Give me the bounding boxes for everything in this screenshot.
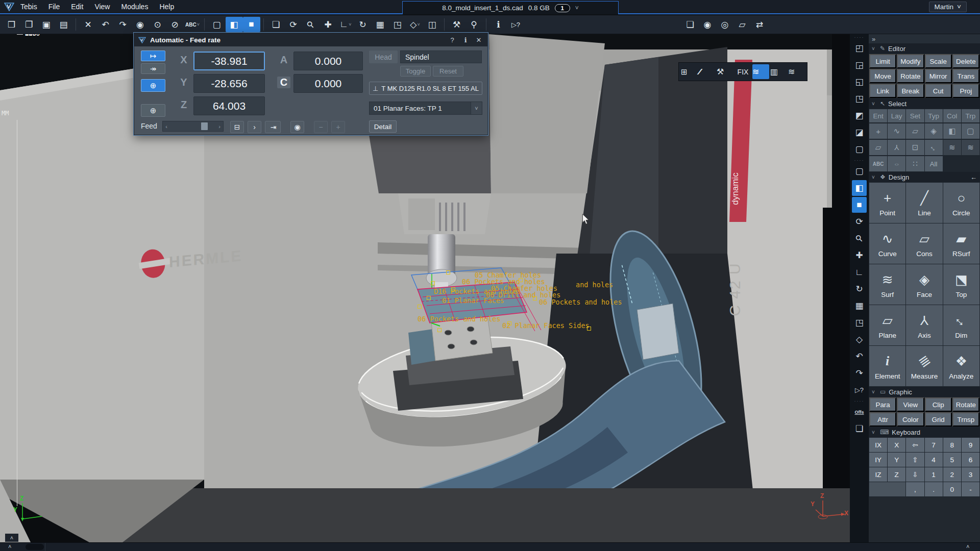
design-tool-button[interactable]: + Point xyxy=(869,183,905,223)
info-icon[interactable]: ℹ xyxy=(490,17,507,32)
tool-selector[interactable]: ⊥ T MK D125 R1.0 SL 8 ET 155 AL xyxy=(369,82,482,95)
graphic-button[interactable]: Clip xyxy=(925,397,952,412)
toolbar-button[interactable] xyxy=(201,17,208,32)
design-tool-button[interactable]: ↔ Dim xyxy=(943,305,979,345)
point-index-filter-icon[interactable]: ⊡ xyxy=(906,140,924,155)
design-section-header[interactable]: ˅❖ Design ← xyxy=(869,172,980,182)
keypad-key[interactable]: Y xyxy=(888,453,905,467)
keyboard-section-header[interactable]: ˅⌨ Keyboard xyxy=(869,427,980,437)
surface-filter-icon[interactable]: ▱ xyxy=(906,123,924,139)
editor-button[interactable]: Delete xyxy=(952,54,979,68)
view-cube-4-icon[interactable]: ◳ xyxy=(852,91,867,107)
user-menu[interactable]: Martin ˅ xyxy=(929,2,967,12)
coordinate-system-icon[interactable]: ∟ ˅ xyxy=(337,17,354,32)
graphic-button[interactable]: View xyxy=(897,397,924,412)
keypad-key[interactable]: X xyxy=(888,438,905,452)
save-icon[interactable]: ▣ xyxy=(38,17,55,32)
axis-icon[interactable]: ∟ xyxy=(852,264,867,280)
print-icon[interactable]: ▤ xyxy=(55,17,72,32)
toolbar-button[interactable] xyxy=(441,17,448,32)
select-filter-button[interactable]: Typ xyxy=(925,109,943,122)
editor-button[interactable]: Limit xyxy=(869,54,896,68)
nc-job-label[interactable]: and holes xyxy=(576,281,613,289)
editor-button[interactable]: Rotate xyxy=(897,69,924,83)
graphic-button[interactable]: Grid xyxy=(925,412,952,427)
menu-item[interactable]: Tebis xyxy=(20,3,37,11)
keypad-key[interactable]: 7 xyxy=(925,438,943,452)
panel-collapse-icon[interactable]: » xyxy=(872,35,875,43)
keypad-key[interactable]: Z xyxy=(888,467,905,482)
point-filter-icon[interactable]: + xyxy=(869,123,887,139)
select-section-header[interactable]: ˅↖ Select xyxy=(869,98,980,109)
shaded-icon[interactable]: ◧ xyxy=(852,180,867,196)
graphic-button[interactable]: Para xyxy=(869,397,896,412)
view-cube-iso-icon[interactable]: ▢ xyxy=(852,141,867,157)
graphic-button[interactable]: Attr xyxy=(869,412,896,427)
view-direction-icon[interactable]: ◇ xyxy=(852,332,867,347)
show-surface-alt-icon[interactable]: ◎ xyxy=(716,17,733,33)
probe-list-icon[interactable]: ▥ xyxy=(770,64,787,79)
angle-value-field[interactable]: 0.000 xyxy=(293,74,363,93)
curve-filter-icon[interactable]: ∿ xyxy=(888,123,905,139)
ncset-dropdown[interactable]: 01 Planar Faces: TP 1 ˅ xyxy=(369,102,482,115)
decrease-button[interactable]: − xyxy=(314,121,328,133)
view-cube-6-icon[interactable]: ◪ xyxy=(852,124,867,140)
design-tool-button[interactable]: ∿ Curve xyxy=(869,223,905,264)
slider-track[interactable] xyxy=(170,121,216,131)
editor-button[interactable]: Move xyxy=(869,69,896,83)
face-filter-icon[interactable]: ◈ xyxy=(925,123,943,139)
feed-slider[interactable]: ‹ › xyxy=(162,121,224,132)
slider-left-arrow-icon[interactable]: ‹ xyxy=(163,123,170,130)
flat-surface-icon[interactable]: ▱ xyxy=(733,17,751,33)
display-mode-icon[interactable]: ◉ xyxy=(132,17,149,32)
nc-marker-icon[interactable] xyxy=(437,328,442,332)
keypad-key[interactable]: 0 xyxy=(943,482,961,496)
nc-job-label[interactable]: 01 Planar Faces xyxy=(442,296,504,305)
text-filter-icon[interactable]: ABC xyxy=(869,156,887,171)
zoom-icon[interactable]: ⚲ xyxy=(852,231,867,246)
update-view-icon[interactable]: ⟳ xyxy=(285,17,302,32)
graphic-section-header[interactable]: ˅▭ Graphic xyxy=(869,387,980,397)
select-filter-button[interactable]: Trp xyxy=(962,109,979,122)
show-surface-icon[interactable]: ◉ xyxy=(699,17,716,33)
ellipse-filter-icon[interactable]: ○ xyxy=(888,156,905,171)
toggle-button[interactable]: Toggle xyxy=(400,66,431,77)
pan-icon[interactable]: ✚ xyxy=(320,17,337,32)
update-icon[interactable]: ⟳ xyxy=(852,214,867,230)
path-filter-icon[interactable]: ≋ xyxy=(943,140,961,155)
view-cube-2-icon[interactable]: ◲ xyxy=(852,57,867,73)
design-tool-button[interactable]: ○ Circle xyxy=(943,183,979,223)
text-select-icon[interactable]: ABC ˅ xyxy=(184,17,201,32)
single-block-button[interactable]: ⊟ xyxy=(230,121,244,133)
solid-icon[interactable]: ■ xyxy=(852,197,867,213)
coords-table-icon[interactable]: ⊞ xyxy=(681,64,698,79)
offset-visibility-icon[interactable]: Offs xyxy=(852,404,867,420)
nc-marker-icon[interactable] xyxy=(533,296,537,300)
keypad-key[interactable]: 2 xyxy=(943,467,961,482)
pan-icon[interactable]: ✚ xyxy=(852,247,867,263)
keypad-key[interactable]: IZ xyxy=(869,467,887,482)
nc-marker-icon[interactable] xyxy=(451,287,455,291)
nc-marker-icon[interactable] xyxy=(431,281,435,285)
axis-filter-icon[interactable]: Y xyxy=(888,140,905,155)
design-tool-button[interactable]: ▰ RSurf xyxy=(943,223,979,264)
graphic-button[interactable]: Color xyxy=(897,412,924,427)
undo-icon[interactable]: ↶ xyxy=(97,17,114,32)
help-icon[interactable]: ? xyxy=(448,36,457,44)
graphic-button[interactable]: Trnsp xyxy=(952,412,979,427)
zoom-icon[interactable]: ⚲ xyxy=(302,17,320,32)
keypad-key[interactable]: 1 xyxy=(925,467,943,482)
design-tool-button[interactable]: ⬔ Top xyxy=(943,264,979,305)
new-file-icon[interactable]: ❐ xyxy=(20,17,38,32)
nc-marker-icon[interactable] xyxy=(418,305,422,309)
toolbar-button[interactable] xyxy=(72,17,80,32)
nc-marker-icon[interactable] xyxy=(427,296,431,300)
design-tool-button[interactable]: ◈ Face xyxy=(906,264,942,305)
collapse-left-icon[interactable]: ← xyxy=(970,173,977,181)
keypad-key[interactable]: 5 xyxy=(943,453,961,467)
nc-marker-icon[interactable] xyxy=(519,278,523,282)
keypad-key[interactable]: 8 xyxy=(943,438,961,452)
select-filter-button[interactable]: Set xyxy=(906,109,924,122)
expand-up-icon[interactable]: ˄ xyxy=(8,543,11,549)
strip-button[interactable] xyxy=(852,399,867,403)
